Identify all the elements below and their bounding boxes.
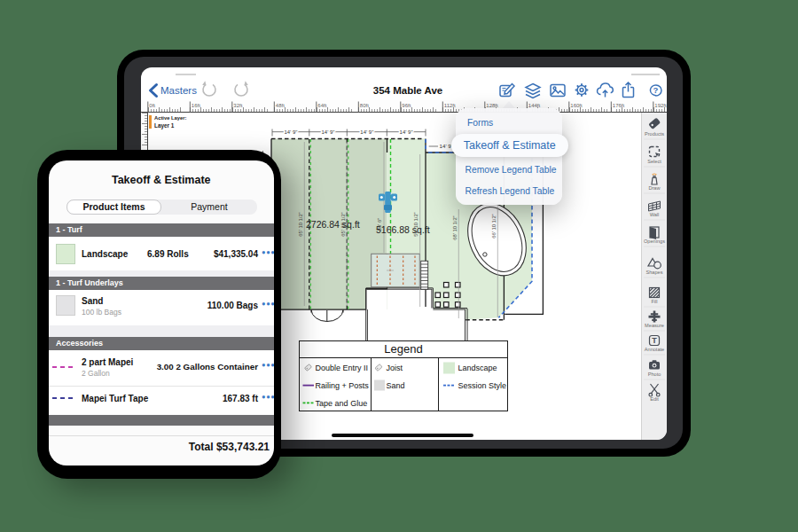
svg-text:96ft: 96ft: [402, 103, 411, 108]
svg-text:Draw: Draw: [648, 184, 661, 190]
svg-text:16ft: 16ft: [192, 103, 200, 108]
svg-text:Double Entry II: Double Entry II: [315, 364, 368, 372]
svg-text:Select: Select: [647, 158, 661, 163]
svg-text:66' 10 1/2": 66' 10 1/2": [491, 214, 497, 238]
svg-text:Fill: Fill: [651, 298, 657, 303]
svg-text:14' 9": 14' 9": [400, 129, 413, 135]
svg-text:160ft: 160ft: [570, 103, 583, 108]
svg-text:Annotate: Annotate: [644, 346, 663, 351]
svg-text:Railing + Posts: Railing + Posts: [315, 381, 369, 390]
svg-text:Landscape: Landscape: [458, 364, 497, 372]
svg-text:80ft: 80ft: [360, 103, 369, 108]
svg-text:176ft: 176ft: [613, 103, 625, 108]
svg-text:Products: Products: [645, 130, 664, 136]
svg-text:48ft: 48ft: [276, 103, 285, 108]
svg-text:32ft: 32ft: [233, 103, 242, 108]
svg-text:0ft: 0ft: [149, 103, 155, 108]
svg-text:14' 9": 14' 9": [284, 129, 297, 135]
svg-text:68' 10 1/2": 68' 10 1/2": [452, 215, 458, 239]
svg-text:Wall: Wall: [649, 211, 659, 216]
svg-text:14' 9": 14' 9": [360, 129, 373, 135]
svg-text:Session Style: Session Style: [458, 381, 506, 390]
svg-text:Joist: Joist: [386, 364, 403, 372]
svg-text:2726.84 sq.ft: 2726.84 sq.ft: [306, 219, 360, 230]
svg-text:14' 9": 14' 9": [322, 129, 335, 135]
svg-text:Measure: Measure: [645, 322, 664, 327]
svg-text:5166.88 sq.ft: 5166.88 sq.ft: [376, 224, 430, 235]
svg-text:T: T: [652, 336, 657, 345]
svg-text:112ft: 112ft: [444, 103, 456, 108]
svg-text:64ft: 64ft: [317, 103, 326, 108]
svg-text:Sand: Sand: [386, 381, 404, 390]
svg-text:65' 10 1/2": 65' 10 1/2": [298, 212, 303, 236]
svg-text:Photo: Photo: [647, 371, 661, 376]
svg-text:192ft: 192ft: [654, 103, 667, 108]
svg-text:Shapes: Shapes: [645, 269, 662, 274]
svg-text:Tape and Glue: Tape and Glue: [315, 399, 367, 408]
